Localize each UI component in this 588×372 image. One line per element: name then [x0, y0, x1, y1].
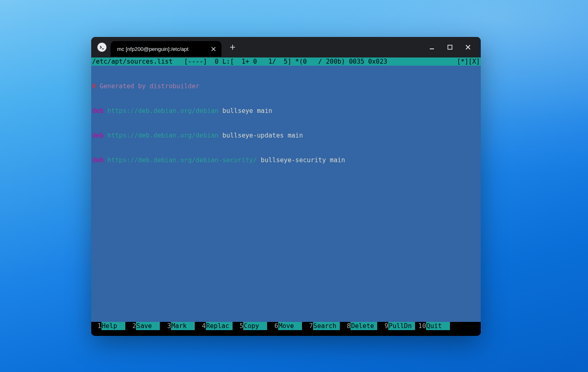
terminal-viewport[interactable]: /etc/apt/sources.list [----] 0 L:[ 1+ 0 … — [91, 57, 481, 336]
tab-close-button[interactable] — [209, 45, 217, 53]
editor-line: deb https://deb.debian.org/debian bullse… — [92, 107, 480, 115]
status-right: [*][X] — [457, 57, 480, 66]
fkey-search[interactable]: 7Search — [302, 322, 340, 330]
new-tab-button[interactable] — [226, 41, 239, 53]
fkey-move[interactable]: 6Move — [267, 322, 302, 330]
editor-line: # Generated by distrobuilder — [92, 82, 480, 90]
terminal-window: mc [nfp200@penguin]:/etc/apt /etc/apt/so… — [91, 37, 481, 336]
fkey-replace[interactable]: 4Replac — [195, 322, 233, 330]
fkey-delete[interactable]: 8Delete — [340, 322, 378, 330]
fkey-copy[interactable]: 5Copy — [233, 322, 267, 330]
fkey-save[interactable]: 2Save — [125, 322, 160, 330]
maximize-button[interactable] — [446, 44, 454, 51]
window-controls — [428, 44, 477, 51]
fkey-mark[interactable]: 3Mark — [160, 322, 195, 330]
fkey-pulldn[interactable]: 9PullDn — [377, 322, 415, 330]
window-titlebar[interactable]: mc [nfp200@penguin]:/etc/apt — [91, 37, 481, 57]
fkey-quit[interactable]: 10Quit — [415, 322, 450, 330]
editor-status-line: /etc/apt/sources.list [----] 0 L:[ 1+ 0 … — [91, 57, 481, 66]
svg-rect-0 — [448, 45, 452, 49]
editor-body[interactable]: # Generated by distrobuilder deb https:/… — [91, 66, 481, 322]
minimize-button[interactable] — [428, 44, 436, 51]
tab-title: mc [nfp200@penguin]:/etc/apt — [117, 46, 205, 52]
fkey-help[interactable]: 1Help — [91, 322, 125, 330]
editor-line: deb https://deb.debian.org/debian-securi… — [92, 156, 480, 164]
terminal-tab[interactable]: mc [nfp200@penguin]:/etc/apt — [111, 41, 221, 57]
terminal-padding — [91, 330, 481, 336]
function-key-bar: 1Help 2Save 3Mark 4Replac 5Copy 6Move 7S… — [91, 322, 481, 330]
terminal-app-icon — [97, 43, 106, 52]
status-left: /etc/apt/sources.list [----] 0 L:[ 1+ 0 … — [92, 57, 457, 66]
editor-line: deb https://deb.debian.org/debian bullse… — [92, 131, 480, 140]
close-button[interactable] — [464, 44, 472, 51]
